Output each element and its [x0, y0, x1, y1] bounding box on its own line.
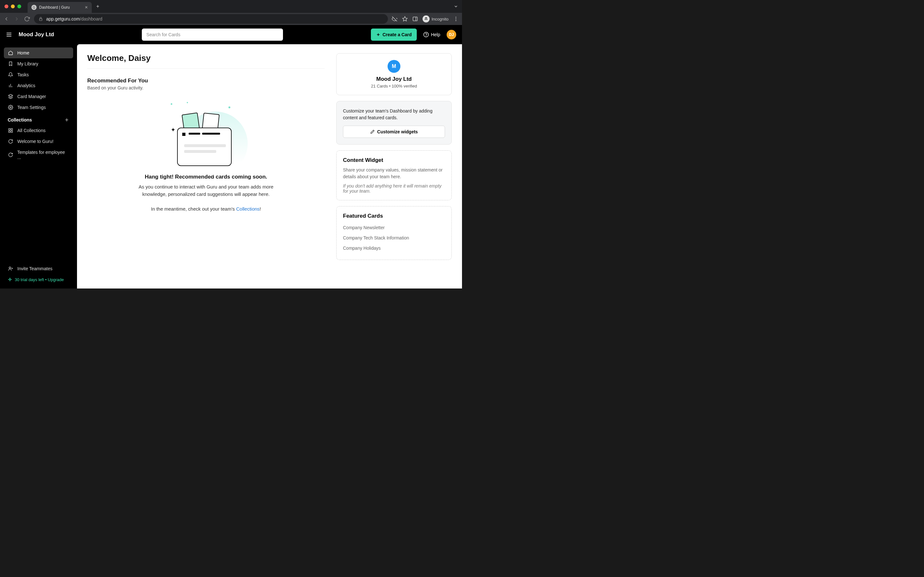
help-button[interactable]: Help [423, 32, 440, 37]
incognito-label: Incognito [431, 17, 449, 21]
browser-tab-bar: G Dashboard | Guru ✕ + [0, 0, 462, 13]
search-input[interactable]: Search for Cards [142, 29, 283, 41]
svg-point-5 [425, 19, 426, 20]
featured-card-item[interactable]: Company Tech Stack Information [343, 233, 445, 243]
main-content: Welcome, Daisy Recommended For You Based… [77, 44, 462, 288]
refresh-icon [8, 152, 13, 157]
sidebar-item-label: My Library [17, 61, 38, 66]
panel-icon[interactable] [412, 16, 418, 22]
sidebar-item-label: Card Manager [17, 94, 46, 99]
svg-point-21 [10, 107, 11, 108]
svg-rect-24 [9, 129, 10, 130]
incognito-icon [423, 15, 430, 23]
help-label: Help [431, 32, 440, 37]
browser-tab[interactable]: G Dashboard | Guru ✕ [27, 2, 92, 13]
kebab-menu-icon[interactable] [453, 16, 459, 22]
menu-toggle[interactable] [6, 31, 12, 38]
customize-text: Customize your team's Dashboard by addin… [343, 108, 445, 121]
svg-rect-26 [9, 131, 10, 132]
content-widget-card: Content Widget Share your company values… [336, 150, 452, 200]
forward-button[interactable] [13, 16, 20, 22]
bell-icon [8, 72, 13, 77]
svg-rect-0 [39, 19, 42, 21]
tabs-dropdown-icon[interactable] [454, 4, 458, 9]
search-placeholder: Search for Cards [146, 32, 180, 37]
trial-label: 30 trial days left • Upgrade [15, 277, 64, 282]
customize-card: Customize your team's Dashboard by addin… [336, 101, 452, 145]
grid-icon [8, 128, 13, 133]
sidebar-item-label: Tasks [17, 72, 29, 77]
invite-label: Invite Teammates [17, 266, 52, 271]
sidebar-item-home[interactable]: Home [4, 47, 73, 58]
sidebar-item-analytics[interactable]: Analytics [4, 80, 73, 91]
lock-icon [39, 17, 43, 21]
tab-title: Dashboard | Guru [39, 5, 69, 10]
customize-widgets-button[interactable]: Customize widgets [343, 126, 445, 138]
sidebar-item-card-manager[interactable]: Card Manager [4, 91, 73, 102]
svg-point-9 [456, 20, 457, 21]
recommended-title: Recommended For You [87, 77, 325, 84]
create-card-label: Create a Card [383, 32, 412, 37]
invite-teammates-button[interactable]: Invite Teammates [4, 263, 73, 274]
team-stats: 21 Cards • 100% verified [343, 84, 445, 89]
window-maximize[interactable] [17, 5, 21, 8]
sidebar-item-label: Templates for employee ... [17, 150, 69, 160]
reload-button[interactable] [24, 16, 30, 22]
sidebar-item-templates-collection[interactable]: Templates for employee ... [4, 147, 73, 163]
collections-link[interactable]: Collections [236, 206, 260, 211]
sidebar-item-all-collections[interactable]: All Collections [4, 125, 73, 136]
bookmark-icon [8, 61, 13, 66]
eye-off-icon[interactable] [392, 16, 397, 22]
team-name: Mood Joy Ltd [343, 76, 445, 82]
url-path: /dashboard [80, 16, 102, 21]
sidebar-item-label: Welcome to Guru! [17, 139, 53, 144]
org-name: Mood Joy Ltd [19, 31, 54, 38]
add-collection-button[interactable] [64, 117, 69, 122]
window-minimize[interactable] [11, 5, 15, 8]
svg-rect-27 [11, 131, 13, 132]
svg-rect-25 [11, 129, 13, 130]
address-bar[interactable]: app.getguru.com/dashboard [34, 14, 388, 24]
empty-state-body: As you continue to interact with Guru an… [132, 183, 280, 198]
trial-upgrade-link[interactable]: 30 trial days left • Upgrade [4, 274, 73, 285]
sidebar-item-label: All Collections [17, 128, 45, 133]
svg-point-28 [9, 267, 11, 269]
sidebar-item-team-settings[interactable]: Team Settings [4, 102, 73, 113]
window-controls [5, 5, 21, 8]
featured-cards-widget: Featured Cards Company Newsletter Compan… [336, 206, 452, 260]
help-icon [423, 32, 429, 37]
user-plus-icon [8, 266, 13, 271]
svg-point-6 [426, 19, 428, 20]
pencil-icon [370, 129, 375, 134]
back-button[interactable] [3, 16, 10, 22]
svg-marker-20 [8, 94, 13, 97]
user-avatar[interactable]: DJ [447, 30, 456, 39]
layers-icon [8, 94, 13, 99]
star-icon[interactable] [402, 16, 408, 22]
featured-card-item[interactable]: Company Holidays [343, 243, 445, 253]
welcome-heading: Welcome, Daisy [87, 53, 325, 69]
sidebar-item-tasks[interactable]: Tasks [4, 69, 73, 80]
window-close[interactable] [5, 5, 8, 8]
new-tab-button[interactable]: + [96, 3, 99, 9]
svg-point-16 [426, 35, 426, 36]
refresh-icon [8, 139, 13, 144]
content-widget-note: If you don't add anything here it will r… [343, 183, 445, 193]
collections-header: Collections [4, 113, 73, 125]
sidebar: Home My Library Tasks Analytics Card Man… [0, 44, 77, 288]
tab-close-icon[interactable]: ✕ [85, 5, 88, 10]
team-summary-card: M Mood Joy Ltd 21 Cards • 100% verified [336, 53, 452, 95]
sidebar-item-welcome-collection[interactable]: Welcome to Guru! [4, 136, 73, 147]
sidebar-item-library[interactable]: My Library [4, 58, 73, 69]
app-header: Mood Joy Ltd Search for Cards Create a C… [0, 25, 462, 44]
team-avatar: M [388, 60, 401, 73]
empty-state-cta: In the meantime, check out your team's C… [132, 205, 280, 213]
sidebar-item-label: Analytics [17, 83, 35, 88]
incognito-badge[interactable]: Incognito [423, 15, 449, 23]
sparkle-icon [8, 277, 12, 282]
featured-card-item[interactable]: Company Newsletter [343, 222, 445, 233]
create-card-button[interactable]: Create a Card [371, 29, 417, 41]
customize-button-label: Customize widgets [377, 129, 418, 134]
content-widget-desc: Share your company values, mission state… [343, 167, 445, 180]
url-host: app.getguru.com [46, 16, 80, 21]
